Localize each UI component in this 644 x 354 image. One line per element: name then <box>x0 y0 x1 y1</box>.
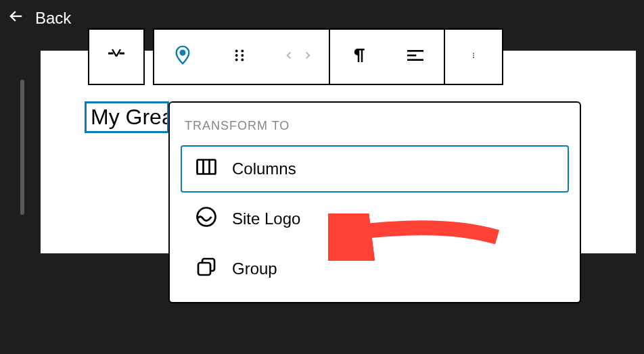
drag-handle-button[interactable] <box>211 30 268 84</box>
menu-item-label: Columns <box>232 159 296 178</box>
transform-option-site-logo[interactable]: Site Logo <box>181 195 569 243</box>
svg-point-5 <box>235 59 238 61</box>
menu-item-label: Group <box>232 259 277 278</box>
map-pin-icon <box>172 45 193 69</box>
svg-rect-18 <box>198 263 210 275</box>
kebab-icon <box>470 45 477 68</box>
back-button[interactable]: Back <box>7 7 71 30</box>
pilcrow-icon <box>348 45 369 68</box>
transform-option-columns[interactable]: Columns <box>181 145 569 193</box>
columns-icon <box>194 155 218 183</box>
align-button[interactable] <box>387 30 444 84</box>
svg-point-2 <box>241 50 244 53</box>
scroll-indicator <box>20 80 24 215</box>
block-type-button[interactable] <box>88 28 145 85</box>
svg-point-0 <box>181 51 185 55</box>
align-icon <box>405 45 426 69</box>
block-toolbar <box>88 28 503 85</box>
more-options-button[interactable] <box>445 30 502 84</box>
group-icon <box>194 255 218 283</box>
block-transform-button[interactable] <box>154 30 211 84</box>
arrow-left-icon <box>7 7 26 30</box>
svg-point-11 <box>473 55 474 56</box>
transform-option-group[interactable]: Group <box>181 245 569 293</box>
popover-heading: TRANSFORM TO <box>170 115 580 143</box>
toolbar-group <box>153 28 503 85</box>
paragraph-button[interactable] <box>330 30 387 84</box>
svg-rect-13 <box>198 160 216 174</box>
site-title-block[interactable]: My Great Site <box>85 101 169 133</box>
drag-handle-icon <box>231 47 248 67</box>
chevron-right-icon <box>302 46 314 68</box>
site-title-text: My Great Site <box>91 105 169 129</box>
svg-point-4 <box>241 54 244 57</box>
menu-item-label: Site Logo <box>232 209 300 228</box>
chevron-left-icon <box>283 46 295 68</box>
svg-point-1 <box>235 50 238 53</box>
mover-buttons[interactable] <box>268 30 329 84</box>
site-title-block-icon <box>104 43 129 70</box>
svg-point-12 <box>473 57 474 58</box>
back-label: Back <box>35 9 71 28</box>
svg-point-10 <box>473 53 474 54</box>
site-logo-icon <box>194 205 218 233</box>
transform-popover: TRANSFORM TO Columns Site Logo Group <box>168 101 581 303</box>
svg-point-6 <box>241 59 244 61</box>
svg-point-3 <box>235 54 238 57</box>
